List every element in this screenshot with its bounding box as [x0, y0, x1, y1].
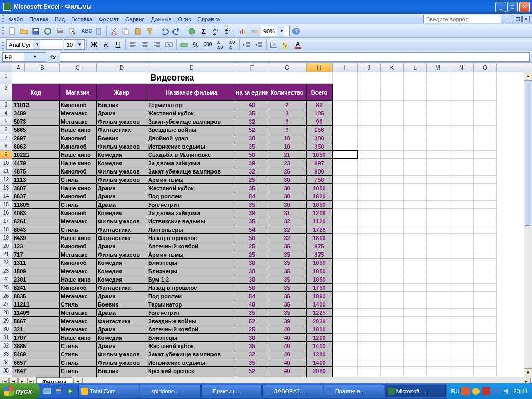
cell[interactable]: 300: [307, 134, 332, 142]
spelling-icon[interactable]: ABC: [81, 25, 92, 37]
cell[interactable]: Фильм ужасов: [97, 217, 147, 225]
cell[interactable]: 875: [307, 250, 332, 259]
cell[interactable]: 2: [268, 101, 307, 109]
cell[interactable]: 21: [268, 151, 307, 159]
cell[interactable]: Уолл-стрит: [147, 201, 236, 209]
cell[interactable]: [381, 309, 404, 317]
cell[interactable]: [449, 325, 474, 334]
cell[interactable]: 25: [236, 176, 268, 184]
align-left-icon[interactable]: [127, 39, 139, 50]
table-header[interactable]: Цена за единицу: [236, 84, 268, 101]
cell[interactable]: Боевик: [97, 134, 147, 142]
taskbar-item[interactable]: spiridono…: [140, 385, 201, 397]
cell[interactable]: [474, 334, 497, 342]
cell[interactable]: [381, 317, 404, 325]
cell[interactable]: [332, 275, 358, 284]
cell[interactable]: Под роялем: [147, 375, 236, 377]
row-header[interactable]: 4: [0, 109, 12, 117]
cell[interactable]: Фильм ужасов: [97, 117, 147, 126]
cell[interactable]: [404, 201, 427, 209]
merge-center-icon[interactable]: a: [163, 39, 175, 50]
percent-icon[interactable]: %: [190, 39, 202, 50]
cell[interactable]: Комедия: [97, 275, 147, 284]
cell[interactable]: 5073: [12, 117, 60, 126]
cell[interactable]: 52: [236, 367, 268, 375]
taskbar-item[interactable]: Total Com…: [78, 385, 139, 397]
hyperlink-icon[interactable]: [186, 25, 197, 37]
cell[interactable]: 32: [268, 225, 307, 234]
cell[interactable]: [332, 317, 358, 325]
cell[interactable]: [358, 317, 381, 325]
cell[interactable]: Комедия: [97, 209, 147, 217]
row-header[interactable]: 11: [0, 167, 12, 176]
col-header-E[interactable]: E: [147, 63, 236, 72]
cell[interactable]: [381, 259, 404, 267]
cell[interactable]: [404, 184, 427, 192]
cell[interactable]: 50: [236, 234, 268, 242]
cell[interactable]: [427, 275, 449, 284]
bold-icon[interactable]: Ж: [88, 39, 100, 50]
cell[interactable]: 35: [268, 242, 307, 250]
cell[interactable]: Стиль: [60, 375, 97, 377]
cell[interactable]: [427, 225, 449, 234]
cell[interactable]: [427, 72, 449, 84]
cell[interactable]: [427, 309, 449, 317]
cell[interactable]: [427, 292, 449, 300]
cell[interactable]: [474, 101, 497, 109]
cell[interactable]: Аптечный ковбой: [147, 325, 236, 334]
cell[interactable]: [474, 267, 497, 275]
cell[interactable]: 1050: [307, 275, 332, 284]
cell[interactable]: Звездные войны: [147, 317, 236, 325]
decrease-decimal-icon[interactable]: ,00,0: [226, 39, 237, 50]
cell[interactable]: [427, 109, 449, 117]
col-header-J[interactable]: J: [358, 63, 381, 72]
row-header[interactable]: 24: [0, 275, 12, 284]
cell[interactable]: [449, 250, 474, 259]
permission-icon[interactable]: [42, 25, 54, 37]
cell[interactable]: Стиль: [60, 358, 97, 367]
cell[interactable]: Комедия: [97, 159, 147, 167]
cell[interactable]: 50: [236, 151, 268, 159]
cell[interactable]: 4479: [12, 159, 60, 167]
tray-icon[interactable]: [493, 387, 501, 395]
cell[interactable]: [474, 234, 497, 242]
cell[interactable]: [449, 225, 474, 234]
toolbar-handle[interactable]: [2, 15, 4, 23]
cell[interactable]: 5865: [12, 126, 60, 134]
cell[interactable]: [427, 176, 449, 184]
print-icon[interactable]: [54, 25, 65, 37]
cell[interactable]: [449, 126, 474, 134]
cell[interactable]: [474, 159, 497, 167]
cell[interactable]: [449, 151, 474, 159]
cell[interactable]: Драма: [97, 242, 147, 250]
col-header-B[interactable]: B: [25, 63, 60, 72]
cell[interactable]: Аптечный ковбой: [147, 242, 236, 250]
cell[interactable]: 30: [236, 134, 268, 142]
cell[interactable]: [381, 201, 404, 209]
toolbar-handle[interactable]: [2, 27, 4, 35]
cell[interactable]: 39: [236, 159, 268, 167]
cell[interactable]: Близнецы: [147, 267, 236, 275]
cell[interactable]: [449, 234, 474, 242]
cell[interactable]: [427, 367, 449, 375]
cell[interactable]: [358, 84, 381, 101]
cell[interactable]: 23: [268, 159, 307, 167]
cell[interactable]: Наше кино: [60, 184, 97, 192]
cell[interactable]: 50: [236, 284, 268, 292]
show-desktop-icon[interactable]: [42, 385, 52, 397]
cell[interactable]: [474, 192, 497, 201]
cell[interactable]: Мегамакс: [60, 250, 97, 259]
cell[interactable]: 96: [307, 117, 332, 126]
cell[interactable]: Драма: [97, 325, 147, 334]
cell[interactable]: Лангольеры: [147, 225, 236, 234]
cell[interactable]: [474, 375, 497, 377]
row-header[interactable]: 28: [0, 309, 12, 317]
row-header[interactable]: 6: [0, 126, 12, 134]
help-icon[interactable]: ?: [290, 25, 302, 37]
cell[interactable]: [427, 167, 449, 176]
cell[interactable]: 35: [236, 342, 268, 350]
cell[interactable]: [332, 234, 358, 242]
cell[interactable]: [358, 334, 381, 342]
cell[interactable]: [404, 217, 427, 225]
cell[interactable]: [381, 275, 404, 284]
